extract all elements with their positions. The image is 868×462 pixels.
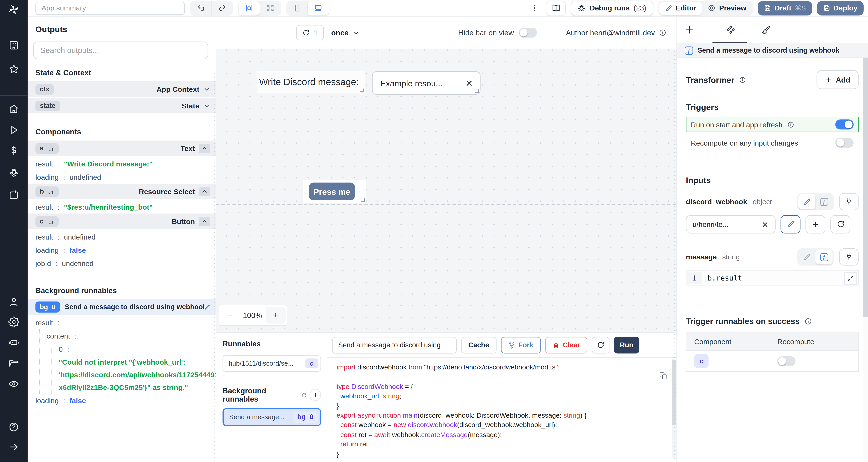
button-component-cell[interactable]: Press me — [303, 180, 366, 203]
fullscreen-button[interactable] — [259, 1, 281, 15]
chevron-down-icon[interactable] — [203, 86, 210, 93]
chevron-down-icon[interactable] — [203, 102, 210, 109]
bg0-result-tree: result: content: 0: "Could not interpret… — [28, 316, 216, 407]
run-button[interactable]: Run — [614, 337, 639, 354]
user-icon[interactable] — [8, 297, 19, 307]
app-canvas[interactable]: Write Discord message: Example resou... … — [216, 48, 676, 332]
buildings-icon[interactable] — [8, 40, 19, 51]
app-summary-input[interactable] — [35, 1, 185, 15]
tab-preview[interactable]: Preview — [702, 1, 752, 15]
expand-editor-icon[interactable] — [844, 272, 857, 285]
function-icon: f — [685, 46, 693, 55]
dollar-icon[interactable] — [8, 145, 19, 156]
resource-picker[interactable]: u/henri/te... — [686, 215, 776, 233]
recompute-toggle[interactable] — [835, 138, 854, 148]
reload-script-button[interactable] — [592, 337, 610, 354]
runnable-item[interactable]: hub/1511/discord/se... c — [223, 355, 321, 372]
ctx-row[interactable]: ctx App Context — [28, 81, 216, 97]
undo-button[interactable] — [190, 1, 212, 15]
content-key: content — [46, 332, 70, 340]
folder-icon[interactable] — [8, 358, 19, 369]
static-mode-pencil-icon[interactable] — [798, 250, 815, 264]
debug-runs-button[interactable]: Debug runs (23) — [571, 0, 653, 16]
center-align-button[interactable] — [239, 1, 259, 15]
add-background-runnable-button[interactable] — [310, 389, 321, 401]
draft-button[interactable]: Draft ⌘S — [758, 1, 812, 15]
chevron-up-icon[interactable] — [199, 187, 210, 196]
message-expression[interactable]: b.result — [702, 272, 857, 284]
settings-tab-icon[interactable] — [726, 25, 736, 35]
resize-handle[interactable] — [361, 198, 365, 202]
redo-button[interactable] — [211, 1, 232, 15]
connect-plug-icon[interactable] — [839, 249, 859, 265]
row-recompute-toggle[interactable] — [777, 356, 796, 366]
message-expression-editor[interactable]: 1 b.result — [686, 270, 859, 285]
robot-icon[interactable] — [8, 337, 19, 348]
static-mode-pencil-icon[interactable] — [798, 194, 815, 209]
run-mode-select[interactable]: once — [331, 29, 360, 37]
code-scrollbar[interactable] — [672, 360, 676, 458]
cache-button[interactable]: Cache — [461, 337, 496, 354]
calendar-icon[interactable] — [8, 189, 19, 200]
eval-mode-function-icon[interactable]: f — [815, 250, 832, 264]
eye-icon[interactable] — [8, 378, 19, 389]
chevron-up-icon[interactable] — [199, 143, 210, 153]
mobile-view-button[interactable] — [287, 1, 308, 15]
play-icon[interactable] — [8, 125, 19, 135]
component-row-b[interactable]: bResource Select — [28, 184, 216, 199]
fork-button[interactable]: Fork — [501, 337, 541, 354]
tab-editor[interactable]: Editor — [659, 1, 702, 15]
state-row[interactable]: state State — [28, 98, 216, 113]
clear-x-icon[interactable] — [465, 79, 473, 87]
zoom-out-button[interactable]: − — [220, 307, 239, 324]
windmill-logo-icon[interactable] — [7, 3, 21, 16]
search-outputs-input[interactable] — [33, 41, 208, 59]
edit-pencil-icon[interactable] — [204, 304, 210, 310]
docs-book-button[interactable] — [546, 0, 566, 16]
arrow-right-icon[interactable] — [8, 441, 19, 453]
edit-resource-button[interactable] — [781, 215, 801, 233]
script-editor-toolbar: Cache Fork Clear Run — [327, 333, 677, 357]
add-transformer-button[interactable]: Add — [816, 70, 859, 89]
text-component[interactable]: Write Discord message: — [257, 71, 365, 94]
eval-mode-function-icon[interactable]: f — [815, 194, 832, 209]
deploy-button[interactable]: Deploy — [817, 1, 864, 15]
clear-x-icon[interactable] — [761, 221, 769, 228]
code-editor[interactable]: import discordwebhook from "https://deno… — [327, 357, 677, 462]
discord-webhook-field-row: discord_webhook object f — [686, 193, 859, 210]
resize-handle[interactable] — [475, 89, 479, 93]
home-icon[interactable] — [8, 103, 19, 114]
discord-webhook-type: object — [753, 198, 772, 206]
zoom-in-button[interactable]: + — [266, 307, 285, 324]
run-on-start-toggle[interactable] — [835, 120, 854, 130]
cubes-icon[interactable] — [8, 168, 19, 179]
background-runnable-item-selected[interactable]: Send a message... bg_0 — [223, 408, 321, 426]
background-runnable-label: Send a message... — [229, 413, 285, 421]
script-name-input[interactable] — [332, 337, 457, 354]
component-type: Text — [181, 144, 195, 153]
resize-handle[interactable] — [361, 89, 364, 92]
refresh-resource-button[interactable] — [830, 215, 850, 233]
component-row-a[interactable]: aText — [28, 140, 216, 156]
desktop-view-button[interactable] — [308, 1, 329, 15]
styling-brush-tab-icon[interactable] — [761, 25, 771, 35]
hide-bar-toggle[interactable] — [519, 28, 537, 38]
transformer-row: Transformer Add — [686, 70, 859, 89]
code-line: webhook_url: string; — [337, 392, 677, 401]
connect-plug-icon[interactable] — [839, 193, 859, 210]
component-row-c[interactable]: cButton — [28, 213, 216, 229]
help-circle-icon[interactable] — [8, 422, 19, 432]
insert-component-tab-icon[interactable] — [685, 25, 695, 35]
copy-code-icon[interactable] — [659, 372, 668, 380]
more-menu-icon[interactable] — [528, 4, 541, 12]
refresh-count-box[interactable]: 1 — [296, 25, 324, 40]
resource-select-component[interactable]: Example resou... — [372, 71, 480, 95]
panel-scrollbar[interactable] — [863, 58, 868, 462]
clear-button[interactable]: Clear — [545, 337, 587, 354]
press-me-button[interactable]: Press me — [309, 183, 355, 200]
bg0-row[interactable]: bg_0 Send a message to discord using web… — [28, 299, 216, 315]
gear-icon[interactable] — [8, 317, 19, 328]
star-icon[interactable] — [8, 64, 19, 75]
add-resource-button[interactable] — [806, 215, 826, 233]
chevron-up-icon[interactable] — [199, 217, 210, 226]
